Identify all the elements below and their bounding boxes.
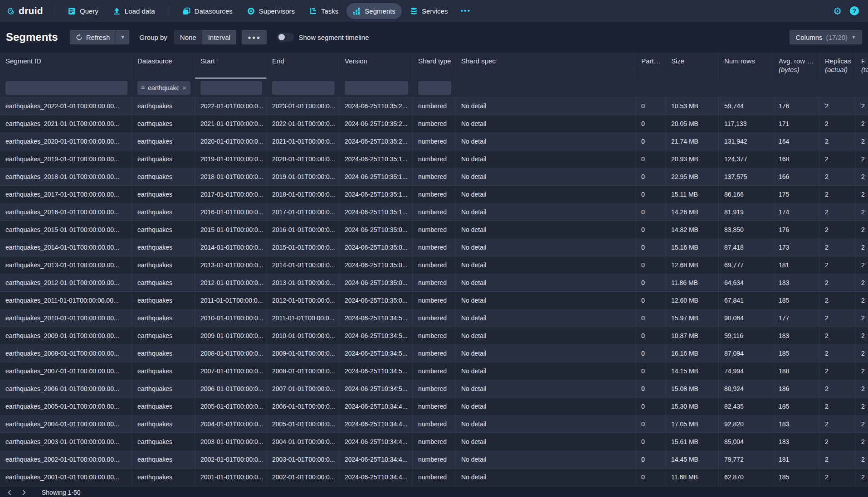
table-row[interactable]: earthquakes_2012-01-01T00:00:00.00...ear… bbox=[0, 274, 868, 292]
table-row[interactable]: earthquakes_2021-01-01T00:00:00.00...ear… bbox=[0, 115, 868, 133]
druid-logo[interactable]: druid bbox=[6, 5, 47, 16]
filter-input-start[interactable] bbox=[200, 81, 262, 95]
table-row[interactable]: earthquakes_2006-01-01T00:00:00.00...ear… bbox=[0, 380, 868, 398]
gear-icon[interactable]: ⚙ bbox=[829, 5, 846, 18]
group-by-none-button[interactable]: None bbox=[174, 30, 202, 44]
cell-datasource: earthquakes bbox=[132, 433, 195, 450]
table-row[interactable]: earthquakes_2008-01-01T00:00:00.00...ear… bbox=[0, 345, 868, 362]
cell-shard_type: numbered bbox=[413, 398, 456, 415]
table-row[interactable]: earthquakes_2013-01-01T00:00:00.00...ear… bbox=[0, 256, 868, 274]
group-by-interval-button[interactable]: Interval bbox=[202, 30, 236, 44]
table-header: Segment IDDatasourceStartEndVersionShard… bbox=[0, 53, 868, 97]
column-header-replicas[interactable]: Replicas(actual) bbox=[819, 53, 856, 79]
more-actions-button[interactable]: ●●● bbox=[242, 30, 267, 44]
cell-datasource: earthquakes bbox=[132, 150, 195, 168]
cell-shard_spec: No detail bbox=[456, 221, 636, 238]
nav-item-tasks[interactable]: Tasks bbox=[303, 3, 345, 19]
cell-datasource: earthquakes bbox=[132, 221, 195, 238]
table-row[interactable]: earthquakes_2014-01-01T00:00:00.00...ear… bbox=[0, 239, 868, 256]
cell-partition: 0 bbox=[636, 327, 666, 344]
column-label: Replication factor bbox=[861, 57, 864, 65]
table-row[interactable]: earthquakes_2018-01-01T00:00:00.00...ear… bbox=[0, 168, 868, 186]
columns-button[interactable]: Columns (17/20) ▼ bbox=[790, 30, 862, 44]
cell-num_rows: 83,850 bbox=[719, 221, 773, 238]
table-row[interactable]: earthquakes_2009-01-01T00:00:00.00...ear… bbox=[0, 327, 868, 345]
filter-input-shard_type[interactable] bbox=[418, 81, 451, 95]
table-row[interactable]: earthquakes_2004-01-01T00:00:00.00...ear… bbox=[0, 415, 868, 433]
table-row[interactable]: earthquakes_2003-01-01T00:00:00.00...ear… bbox=[0, 433, 868, 451]
table-row[interactable]: earthquakes_2011-01-01T00:00:00.00...ear… bbox=[0, 292, 868, 309]
cell-size: 15.11 MB bbox=[666, 186, 719, 203]
cell-shard_type: numbered bbox=[413, 203, 456, 221]
nav-item-services[interactable]: Services bbox=[404, 3, 454, 19]
cell-avg_row_size: 185 bbox=[773, 468, 819, 486]
table-row[interactable]: earthquakes_2010-01-01T00:00:00.00...ear… bbox=[0, 309, 868, 327]
nav-item-supervisors[interactable]: Supervisors bbox=[241, 3, 301, 19]
cell-end: 2018-01-01T00:00:0... bbox=[267, 186, 339, 203]
cell-segment_id: earthquakes_2014-01-01T00:00:00.00... bbox=[0, 239, 132, 256]
cell-end: 2004-01-01T00:00:0... bbox=[267, 433, 339, 450]
table-row[interactable]: earthquakes_2002-01-01T00:00:00.00...ear… bbox=[0, 451, 868, 468]
cell-end: 2023-01-01T00:00:0... bbox=[267, 97, 339, 115]
column-label: Num rows bbox=[724, 57, 769, 65]
refresh-icon bbox=[76, 34, 83, 41]
chevron-left-icon bbox=[7, 490, 12, 495]
cell-num_rows: 59,744 bbox=[719, 97, 773, 115]
cell-repl_factor: 2 bbox=[856, 186, 868, 203]
cell-shard_spec: No detail bbox=[456, 168, 636, 185]
column-label: Size bbox=[671, 57, 715, 65]
column-header-end[interactable]: End bbox=[267, 53, 339, 79]
cell-datasource: earthquakes bbox=[132, 168, 195, 185]
cell-repl_factor: 2 bbox=[856, 398, 868, 415]
previous-page-button[interactable] bbox=[3, 487, 16, 497]
filter-input-datasource[interactable]: =earthquakes✕ bbox=[137, 81, 190, 95]
cell-partition: 0 bbox=[636, 133, 666, 150]
cell-segment_id: earthquakes_2019-01-01T00:00:00.00... bbox=[0, 150, 132, 168]
table-row[interactable]: earthquakes_2022-01-01T00:00:00.00...ear… bbox=[0, 97, 868, 115]
table-row[interactable]: earthquakes_2016-01-01T00:00:00.00...ear… bbox=[0, 203, 868, 221]
help-icon[interactable]: ? bbox=[850, 6, 859, 15]
column-header-shard_spec[interactable]: Shard spec bbox=[456, 53, 636, 79]
column-header-avg_row_size[interactable]: Avg. row size(bytes) bbox=[773, 53, 819, 79]
datasource-filter-tag: =earthquakes✕ bbox=[141, 84, 187, 92]
column-header-num_rows[interactable]: Num rows bbox=[719, 53, 773, 79]
filter-input-segment_id[interactable] bbox=[5, 81, 127, 95]
remove-filter-icon[interactable]: ✕ bbox=[182, 85, 187, 92]
cell-version: 2024-06-25T10:35:1... bbox=[339, 203, 413, 221]
table-row[interactable]: earthquakes_2001-01-01T00:00:00.00...ear… bbox=[0, 468, 868, 486]
cell-start: 2021-01-01T00:00:0... bbox=[195, 115, 267, 132]
nav-item-segments[interactable]: Segments bbox=[346, 3, 402, 19]
column-header-version[interactable]: Version bbox=[339, 53, 413, 79]
column-header-size[interactable]: Size bbox=[666, 53, 719, 79]
table-row[interactable]: earthquakes_2019-01-01T00:00:00.00...ear… bbox=[0, 150, 868, 168]
table-row[interactable]: earthquakes_2020-01-01T00:00:00.00...ear… bbox=[0, 133, 868, 150]
refresh-button[interactable]: Refresh bbox=[70, 30, 116, 44]
column-label: Version bbox=[345, 57, 409, 65]
refresh-caret-button[interactable]: ▼ bbox=[116, 30, 129, 44]
column-header-shard_type[interactable]: Shard type bbox=[413, 53, 456, 79]
cell-segment_id: earthquakes_2009-01-01T00:00:00.00... bbox=[0, 327, 132, 344]
column-header-datasource[interactable]: Datasource bbox=[132, 53, 195, 79]
segment-timeline-toggle[interactable] bbox=[277, 33, 294, 42]
column-header-start[interactable]: Start bbox=[195, 53, 267, 79]
nav-more-button[interactable]: ••• bbox=[456, 3, 475, 19]
nav-item-query[interactable]: Query bbox=[62, 3, 105, 19]
cell-replicas: 2 bbox=[819, 203, 856, 221]
table-row[interactable]: earthquakes_2015-01-01T00:00:00.00...ear… bbox=[0, 221, 868, 239]
filter-input-version[interactable] bbox=[345, 81, 408, 95]
nav-item-load-data[interactable]: Load data bbox=[107, 3, 161, 19]
cell-version: 2024-06-25T10:35:2... bbox=[339, 115, 413, 132]
filter-input-end[interactable] bbox=[272, 81, 335, 95]
cell-shard_type: numbered bbox=[413, 133, 456, 150]
table-row[interactable]: earthquakes_2017-01-01T00:00:00.00...ear… bbox=[0, 186, 868, 203]
cell-end: 2002-01-01T00:00:0... bbox=[267, 468, 339, 486]
column-header-repl_factor[interactable]: Replication factor(target) bbox=[856, 53, 868, 79]
nav-item-datasources[interactable]: Datasources bbox=[176, 3, 239, 19]
cell-start: 2017-01-01T00:00:0... bbox=[195, 186, 267, 203]
table-row[interactable]: earthquakes_2005-01-01T00:00:00.00...ear… bbox=[0, 398, 868, 415]
cell-datasource: earthquakes bbox=[132, 186, 195, 203]
table-row[interactable]: earthquakes_2007-01-01T00:00:00.00...ear… bbox=[0, 362, 868, 380]
column-header-segment_id[interactable]: Segment ID bbox=[0, 53, 132, 79]
next-page-button[interactable] bbox=[17, 487, 31, 497]
column-header-partition[interactable]: Partition bbox=[636, 53, 666, 79]
